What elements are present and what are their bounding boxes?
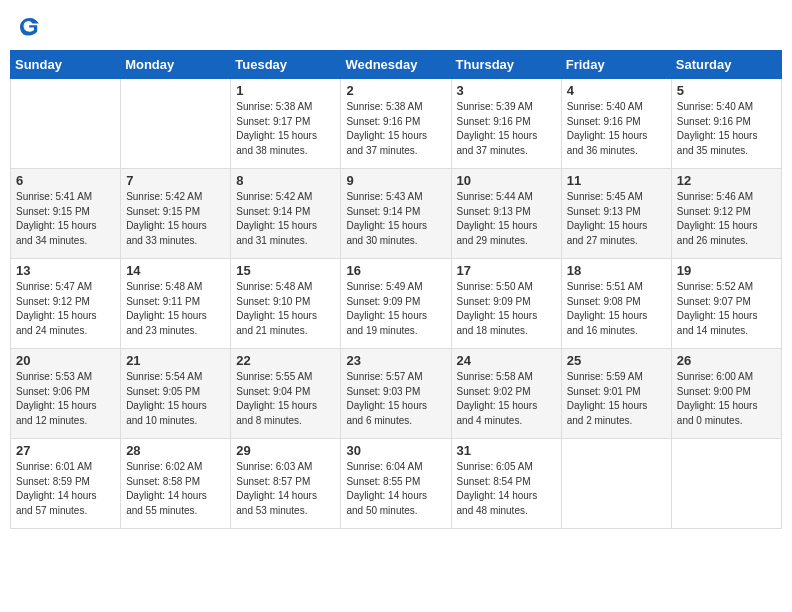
- calendar-cell: 6Sunrise: 5:41 AM Sunset: 9:15 PM Daylig…: [11, 169, 121, 259]
- calendar-cell: 29Sunrise: 6:03 AM Sunset: 8:57 PM Dayli…: [231, 439, 341, 529]
- day-number: 7: [126, 173, 225, 188]
- day-number: 27: [16, 443, 115, 458]
- day-number: 20: [16, 353, 115, 368]
- calendar-cell: 3Sunrise: 5:39 AM Sunset: 9:16 PM Daylig…: [451, 79, 561, 169]
- day-info: Sunrise: 5:59 AM Sunset: 9:01 PM Dayligh…: [567, 370, 666, 428]
- day-info: Sunrise: 5:44 AM Sunset: 9:13 PM Dayligh…: [457, 190, 556, 248]
- day-number: 12: [677, 173, 776, 188]
- day-number: 21: [126, 353, 225, 368]
- day-number: 6: [16, 173, 115, 188]
- weekday-header: Monday: [121, 51, 231, 79]
- day-info: Sunrise: 5:54 AM Sunset: 9:05 PM Dayligh…: [126, 370, 225, 428]
- calendar-cell: 8Sunrise: 5:42 AM Sunset: 9:14 PM Daylig…: [231, 169, 341, 259]
- calendar-cell: 14Sunrise: 5:48 AM Sunset: 9:11 PM Dayli…: [121, 259, 231, 349]
- calendar-cell: 7Sunrise: 5:42 AM Sunset: 9:15 PM Daylig…: [121, 169, 231, 259]
- calendar-week-row: 27Sunrise: 6:01 AM Sunset: 8:59 PM Dayli…: [11, 439, 782, 529]
- day-info: Sunrise: 6:04 AM Sunset: 8:55 PM Dayligh…: [346, 460, 445, 518]
- calendar-cell: 17Sunrise: 5:50 AM Sunset: 9:09 PM Dayli…: [451, 259, 561, 349]
- day-info: Sunrise: 5:40 AM Sunset: 9:16 PM Dayligh…: [677, 100, 776, 158]
- day-info: Sunrise: 5:38 AM Sunset: 9:17 PM Dayligh…: [236, 100, 335, 158]
- day-info: Sunrise: 6:03 AM Sunset: 8:57 PM Dayligh…: [236, 460, 335, 518]
- day-number: 8: [236, 173, 335, 188]
- day-number: 28: [126, 443, 225, 458]
- calendar-cell: 28Sunrise: 6:02 AM Sunset: 8:58 PM Dayli…: [121, 439, 231, 529]
- day-number: 10: [457, 173, 556, 188]
- calendar-cell: 12Sunrise: 5:46 AM Sunset: 9:12 PM Dayli…: [671, 169, 781, 259]
- calendar-cell: 9Sunrise: 5:43 AM Sunset: 9:14 PM Daylig…: [341, 169, 451, 259]
- day-info: Sunrise: 5:52 AM Sunset: 9:07 PM Dayligh…: [677, 280, 776, 338]
- day-number: 25: [567, 353, 666, 368]
- calendar-cell: 15Sunrise: 5:48 AM Sunset: 9:10 PM Dayli…: [231, 259, 341, 349]
- calendar-cell: 31Sunrise: 6:05 AM Sunset: 8:54 PM Dayli…: [451, 439, 561, 529]
- day-number: 5: [677, 83, 776, 98]
- calendar-cell: 11Sunrise: 5:45 AM Sunset: 9:13 PM Dayli…: [561, 169, 671, 259]
- day-info: Sunrise: 5:38 AM Sunset: 9:16 PM Dayligh…: [346, 100, 445, 158]
- day-number: 22: [236, 353, 335, 368]
- calendar-cell: 18Sunrise: 5:51 AM Sunset: 9:08 PM Dayli…: [561, 259, 671, 349]
- day-info: Sunrise: 5:57 AM Sunset: 9:03 PM Dayligh…: [346, 370, 445, 428]
- day-number: 4: [567, 83, 666, 98]
- calendar-header-row: SundayMondayTuesdayWednesdayThursdayFrid…: [11, 51, 782, 79]
- weekday-header: Tuesday: [231, 51, 341, 79]
- calendar-cell: 22Sunrise: 5:55 AM Sunset: 9:04 PM Dayli…: [231, 349, 341, 439]
- day-info: Sunrise: 5:42 AM Sunset: 9:14 PM Dayligh…: [236, 190, 335, 248]
- calendar-cell: 2Sunrise: 5:38 AM Sunset: 9:16 PM Daylig…: [341, 79, 451, 169]
- calendar-cell: [561, 439, 671, 529]
- day-number: 14: [126, 263, 225, 278]
- day-info: Sunrise: 5:42 AM Sunset: 9:15 PM Dayligh…: [126, 190, 225, 248]
- day-number: 13: [16, 263, 115, 278]
- calendar-cell: 25Sunrise: 5:59 AM Sunset: 9:01 PM Dayli…: [561, 349, 671, 439]
- day-number: 29: [236, 443, 335, 458]
- calendar-cell: 13Sunrise: 5:47 AM Sunset: 9:12 PM Dayli…: [11, 259, 121, 349]
- day-number: 31: [457, 443, 556, 458]
- day-info: Sunrise: 5:47 AM Sunset: 9:12 PM Dayligh…: [16, 280, 115, 338]
- day-number: 11: [567, 173, 666, 188]
- calendar-cell: 19Sunrise: 5:52 AM Sunset: 9:07 PM Dayli…: [671, 259, 781, 349]
- calendar-cell: [11, 79, 121, 169]
- day-info: Sunrise: 5:39 AM Sunset: 9:16 PM Dayligh…: [457, 100, 556, 158]
- calendar-cell: 24Sunrise: 5:58 AM Sunset: 9:02 PM Dayli…: [451, 349, 561, 439]
- calendar-cell: 16Sunrise: 5:49 AM Sunset: 9:09 PM Dayli…: [341, 259, 451, 349]
- calendar-cell: [121, 79, 231, 169]
- day-info: Sunrise: 5:40 AM Sunset: 9:16 PM Dayligh…: [567, 100, 666, 158]
- day-number: 19: [677, 263, 776, 278]
- logo: [18, 14, 46, 38]
- day-number: 1: [236, 83, 335, 98]
- day-number: 26: [677, 353, 776, 368]
- day-number: 24: [457, 353, 556, 368]
- weekday-header: Saturday: [671, 51, 781, 79]
- weekday-header: Friday: [561, 51, 671, 79]
- day-info: Sunrise: 6:01 AM Sunset: 8:59 PM Dayligh…: [16, 460, 115, 518]
- calendar-cell: 27Sunrise: 6:01 AM Sunset: 8:59 PM Dayli…: [11, 439, 121, 529]
- calendar-cell: 30Sunrise: 6:04 AM Sunset: 8:55 PM Dayli…: [341, 439, 451, 529]
- calendar-cell: 4Sunrise: 5:40 AM Sunset: 9:16 PM Daylig…: [561, 79, 671, 169]
- calendar-cell: 10Sunrise: 5:44 AM Sunset: 9:13 PM Dayli…: [451, 169, 561, 259]
- calendar-cell: [671, 439, 781, 529]
- day-number: 30: [346, 443, 445, 458]
- day-info: Sunrise: 5:53 AM Sunset: 9:06 PM Dayligh…: [16, 370, 115, 428]
- calendar-table: SundayMondayTuesdayWednesdayThursdayFrid…: [10, 50, 782, 529]
- day-number: 15: [236, 263, 335, 278]
- calendar-cell: 20Sunrise: 5:53 AM Sunset: 9:06 PM Dayli…: [11, 349, 121, 439]
- calendar-cell: 5Sunrise: 5:40 AM Sunset: 9:16 PM Daylig…: [671, 79, 781, 169]
- day-info: Sunrise: 5:45 AM Sunset: 9:13 PM Dayligh…: [567, 190, 666, 248]
- day-info: Sunrise: 5:50 AM Sunset: 9:09 PM Dayligh…: [457, 280, 556, 338]
- day-number: 9: [346, 173, 445, 188]
- page-header: [10, 10, 782, 42]
- day-number: 3: [457, 83, 556, 98]
- day-number: 18: [567, 263, 666, 278]
- day-info: Sunrise: 5:46 AM Sunset: 9:12 PM Dayligh…: [677, 190, 776, 248]
- day-info: Sunrise: 6:00 AM Sunset: 9:00 PM Dayligh…: [677, 370, 776, 428]
- weekday-header: Sunday: [11, 51, 121, 79]
- day-info: Sunrise: 5:48 AM Sunset: 9:10 PM Dayligh…: [236, 280, 335, 338]
- weekday-header: Thursday: [451, 51, 561, 79]
- calendar-cell: 1Sunrise: 5:38 AM Sunset: 9:17 PM Daylig…: [231, 79, 341, 169]
- day-info: Sunrise: 5:51 AM Sunset: 9:08 PM Dayligh…: [567, 280, 666, 338]
- calendar-body: 1Sunrise: 5:38 AM Sunset: 9:17 PM Daylig…: [11, 79, 782, 529]
- day-number: 23: [346, 353, 445, 368]
- day-info: Sunrise: 5:41 AM Sunset: 9:15 PM Dayligh…: [16, 190, 115, 248]
- day-number: 17: [457, 263, 556, 278]
- day-info: Sunrise: 5:58 AM Sunset: 9:02 PM Dayligh…: [457, 370, 556, 428]
- logo-icon: [18, 14, 42, 38]
- day-number: 16: [346, 263, 445, 278]
